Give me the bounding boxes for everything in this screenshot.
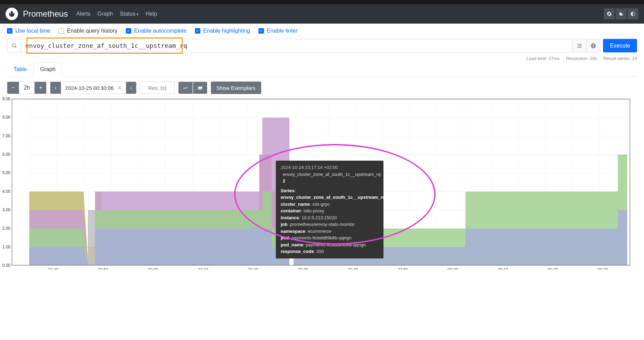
meta-resolution: Resolution: 28s (566, 56, 597, 61)
tooltip-series-name: envoy_cluster_zone_af_south_1c__upstream… (281, 194, 379, 201)
theme-dark-icon[interactable] (616, 8, 627, 19)
time-next-button[interactable]: › (126, 82, 137, 94)
nav-help[interactable]: Help (146, 11, 157, 17)
end-time-input[interactable]: 2024-10-25 00:30:06 × (61, 82, 126, 94)
nav-alerts[interactable]: Alerts (76, 11, 90, 17)
format-icon[interactable] (572, 39, 586, 52)
time-prev-button[interactable]: ‹ (50, 82, 61, 94)
chart[interactable]: 0.001.002.003.004.005.006.007.008.009.00… (12, 99, 630, 265)
search-icon (7, 39, 21, 52)
tooltip-series-header: Series: (281, 187, 379, 194)
resolution-input[interactable] (140, 82, 175, 94)
option-local-time[interactable]: Use local time (7, 28, 50, 34)
tab-table[interactable]: Table (7, 62, 33, 76)
chart-line-icon[interactable] (178, 82, 193, 94)
svg-line-2 (15, 46, 16, 48)
show-exemplars-button[interactable]: Show Exemplars (211, 82, 261, 94)
prometheus-logo (6, 8, 18, 20)
navbar: Prometheus Alerts Graph Status Help (0, 4, 644, 24)
globe-icon[interactable] (586, 39, 600, 52)
svg-point-1 (12, 44, 15, 47)
tooltip-timestamp: 2024-10-24 23:17:14 +02:00 (281, 164, 379, 171)
meta-series: Result series: 14 (603, 56, 637, 61)
option-autocomplete[interactable]: Enable autocomplete (126, 28, 186, 34)
clear-time-icon[interactable]: × (118, 84, 122, 92)
nav-graph[interactable]: Graph (97, 11, 113, 17)
brand-title: Prometheus (23, 9, 68, 19)
tooltip-metric: envoy_cluster_zone_af_south_1c__upstream… (283, 171, 382, 185)
chart-tooltip: 2024-10-24 23:17:14 +02:00 envoy_cluster… (276, 161, 383, 258)
chart-stacked-icon[interactable] (193, 82, 207, 94)
range-decrease-button[interactable]: − (7, 82, 19, 94)
range-value[interactable]: 2h (19, 82, 34, 94)
query-input[interactable]: envoy_cluster_zone_af_south_1c__upstream… (21, 39, 572, 52)
options-row: Use local time Enable query history Enab… (7, 28, 637, 34)
settings-icon[interactable] (604, 8, 615, 19)
theme-contrast-icon[interactable] (627, 8, 638, 19)
nav-status[interactable]: Status (120, 11, 139, 17)
execute-button[interactable]: Execute (603, 39, 637, 52)
option-highlighting[interactable]: Enable highlighting (195, 28, 250, 34)
range-increase-button[interactable]: + (34, 82, 47, 94)
tab-graph[interactable]: Graph (33, 62, 62, 77)
option-history[interactable]: Enable query history (58, 28, 117, 34)
option-linter[interactable]: Enable linter (258, 28, 298, 34)
meta-load-time: Load time: 27ms (526, 56, 560, 61)
